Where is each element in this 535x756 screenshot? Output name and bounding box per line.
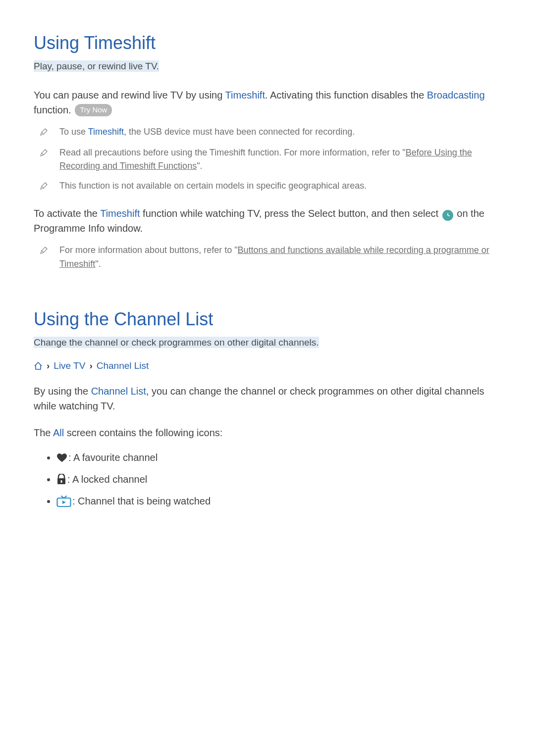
notes-list-2: For more information about buttons, refe…	[34, 244, 501, 271]
all-post: screen contains the following icons:	[64, 427, 222, 438]
pencil-icon	[40, 245, 49, 258]
chevron-right-icon: ›	[47, 359, 50, 373]
intro-pre: You can pause and rewind live TV by usin…	[34, 90, 225, 101]
note1-post: , the USB device must have been connecte…	[124, 127, 355, 137]
notes-list: To use Timeshift, the USB device must ha…	[34, 125, 501, 195]
tv-play-icon	[56, 496, 71, 507]
activate-mid: function while watching TV, press the Se…	[140, 208, 441, 219]
channel-list-paragraph: By using the Channel List, you can chang…	[34, 384, 501, 413]
list-item: : A locked channel	[56, 472, 501, 487]
note2-pre: Read all precautions before using the Ti…	[59, 148, 406, 157]
icon-legend-list: : A favourite channel : A locked channel…	[34, 450, 501, 508]
breadcrumb-live-tv[interactable]: Live TV	[54, 359, 85, 373]
subtitle-timeshift: Play, pause, or rewind live TV.	[34, 60, 159, 72]
note2-post: ".	[197, 161, 202, 171]
pencil-icon	[40, 148, 49, 161]
home-icon	[34, 361, 43, 370]
heading-using-timeshift: Using Timeshift	[34, 30, 501, 56]
note-item: This function is not available on certai…	[34, 179, 501, 194]
list-item: : Channel that is being watched	[56, 494, 501, 508]
fav-text: : A favourite channel	[68, 452, 158, 463]
intro-paragraph: You can pause and rewind live TV by usin…	[34, 88, 501, 117]
feature-timeshift: Timeshift	[225, 90, 265, 101]
intro-post: function.	[34, 104, 74, 115]
note4-post: ".	[95, 259, 101, 269]
intro-mid: . Activating this function disables the	[265, 90, 427, 101]
heading-channel-list: Using the Channel List	[34, 306, 501, 333]
subtitle-channel-list: Change the channel or check programmes o…	[34, 337, 319, 348]
note-item: For more information about buttons, refe…	[34, 244, 501, 271]
lock-icon	[56, 474, 66, 485]
note3-text: This function is not available on certai…	[59, 179, 501, 193]
all-screen-paragraph: The All screen contains the following ic…	[34, 425, 501, 440]
pencil-icon	[40, 127, 49, 140]
all-word: All	[53, 427, 64, 438]
lock-text: : A locked channel	[67, 474, 147, 485]
activate-feature: Timeshift	[100, 208, 140, 219]
breadcrumb-channel-list[interactable]: Channel List	[97, 359, 149, 373]
all-pre: The	[34, 427, 53, 438]
try-now-button[interactable]: Try Now	[75, 104, 112, 117]
cl-pre: By using the	[34, 386, 91, 397]
watch-text: : Channel that is being watched	[72, 496, 211, 506]
heart-icon	[56, 453, 67, 463]
activate-pre: To activate the	[34, 208, 100, 219]
svg-rect-1	[61, 480, 62, 483]
breadcrumb: › Live TV › Channel List	[34, 359, 501, 373]
feature-broadcasting: Broadcasting	[427, 90, 485, 101]
note4-pre: For more information about buttons, refe…	[59, 245, 238, 255]
note-item: To use Timeshift, the USB device must ha…	[34, 125, 501, 140]
list-item: : A favourite channel	[56, 450, 501, 465]
activate-paragraph: To activate the Timeshift function while…	[34, 206, 501, 236]
pencil-icon	[40, 181, 49, 194]
note-item: Read all precautions before using the Ti…	[34, 146, 501, 174]
clock-icon	[442, 210, 453, 221]
note1-pre: To use	[59, 127, 88, 137]
cl-feature: Channel List	[91, 386, 146, 397]
chevron-right-icon: ›	[89, 359, 92, 373]
note1-feature: Timeshift	[88, 127, 124, 137]
